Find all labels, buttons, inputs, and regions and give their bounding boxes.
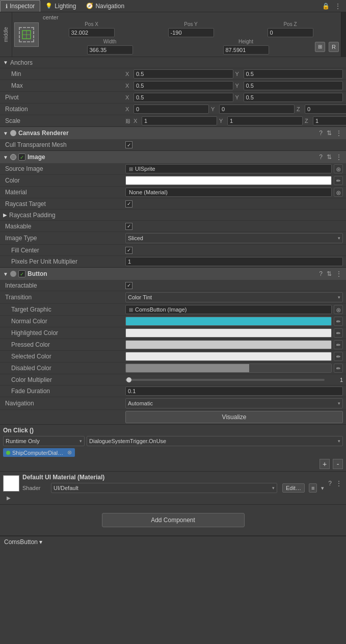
anchors-chevron[interactable]: ▼: [3, 60, 8, 65]
on-click-obj-clear-btn[interactable]: ⊗: [67, 449, 72, 456]
image-color-swatch[interactable]: [125, 176, 332, 185]
pixels-per-unit-input[interactable]: [125, 257, 343, 266]
disabled-color-swatch[interactable]: [125, 364, 332, 373]
pressed-color-swatch[interactable]: [125, 340, 332, 349]
interactable-checkbox[interactable]: [125, 282, 132, 289]
fade-duration-input[interactable]: [125, 387, 343, 396]
raycast-padding-chevron[interactable]: ▶: [3, 213, 7, 218]
scale-y-input[interactable]: [227, 116, 303, 125]
image-menu-icon[interactable]: ⋮: [335, 153, 343, 161]
scrollbar[interactable]: [341, 12, 346, 57]
shader-dropdown[interactable]: UI/Default ▾: [51, 483, 277, 493]
target-graphic-row: Target Graphic ⊞ ComsButton (Image) ◎: [0, 304, 346, 316]
material-expand-chevron[interactable]: ▶: [6, 495, 11, 500]
raycast-target-checkbox[interactable]: [125, 200, 132, 208]
image-settings-icon[interactable]: ⇅: [326, 153, 333, 161]
scale-x-input[interactable]: [142, 116, 217, 125]
anchors-min-y-input[interactable]: [244, 69, 343, 79]
rotation-x-input[interactable]: [134, 105, 209, 114]
header-menu-icon[interactable]: ⋮: [335, 3, 341, 10]
maskable-row: Maskable: [0, 221, 346, 232]
image-enabled-checkbox[interactable]: [18, 153, 25, 161]
pressed-color-row: Pressed Color ✏: [0, 339, 346, 351]
r-button[interactable]: R: [329, 42, 339, 52]
selected-color-swatch[interactable]: [125, 352, 332, 361]
tab-navigation[interactable]: 🧭 Navigation: [81, 1, 129, 12]
highlighted-color-eyedrop[interactable]: ✏: [334, 328, 343, 338]
material-help-icon[interactable]: ?: [327, 479, 333, 487]
target-graphic-ref[interactable]: ⊞ ComsButton (Image): [125, 305, 332, 314]
button-help-icon[interactable]: ?: [318, 270, 324, 278]
image-color-eyedrop[interactable]: ✏: [334, 176, 343, 185]
image-chevron[interactable]: ▼: [3, 154, 8, 160]
pivot-y-input[interactable]: [244, 93, 343, 102]
on-click-obj-entry[interactable]: ShipComputerDial… ⊗: [3, 448, 75, 457]
material-menu-icon[interactable]: ⋮: [335, 479, 343, 487]
transition-dropdown[interactable]: Color Tint ▾: [125, 292, 343, 302]
fill-center-checkbox[interactable]: [125, 247, 132, 254]
source-image-ref[interactable]: ⊞ UISprite: [125, 164, 332, 173]
image-type-dropdown[interactable]: Sliced ▾: [125, 233, 343, 243]
color-multiplier-thumb[interactable]: [126, 377, 131, 382]
cull-transparent-checkbox[interactable]: [125, 141, 132, 148]
target-graphic-target-btn[interactable]: ◎: [334, 305, 343, 314]
image-color-value: ✏: [125, 176, 343, 185]
material-arrow-btn[interactable]: ▾: [321, 485, 324, 492]
image-type-arrow: ▾: [338, 236, 340, 241]
material-swatch[interactable]: [3, 475, 19, 492]
on-click-minus-button[interactable]: -: [333, 459, 343, 469]
scale-link-icon: ⛓: [125, 118, 130, 124]
footer-label[interactable]: ComsButton ▾: [4, 538, 42, 546]
anchors-section: ▼ Anchors Min X Y Max X Y: [0, 57, 346, 127]
image-material-target-btn[interactable]: ◎: [334, 188, 343, 197]
disabled-color-eyedrop[interactable]: ✏: [334, 364, 343, 373]
highlighted-color-swatch[interactable]: [125, 328, 332, 338]
source-image-target-btn[interactable]: ◎: [334, 164, 343, 173]
height-input[interactable]: [223, 45, 269, 55]
pos-x-input[interactable]: [69, 28, 115, 37]
canvas-renderer-section: ▼ Canvas Renderer ? ⇅ ⋮ Cull Transparent…: [0, 127, 346, 151]
normal-color-swatch[interactable]: [125, 317, 332, 326]
rotation-y-input[interactable]: [219, 105, 295, 114]
anchors-max-x-input[interactable]: [134, 81, 233, 90]
selected-color-eyedrop[interactable]: ✏: [334, 352, 343, 361]
function-dropdown[interactable]: DialogueSystemTrigger.OnUse ▾: [87, 436, 343, 446]
pos-z-input[interactable]: [268, 28, 313, 37]
canvas-renderer-help-icon[interactable]: ?: [318, 129, 324, 137]
edit-button[interactable]: Edit…: [282, 483, 305, 493]
canvas-renderer-menu-icon[interactable]: ⋮: [335, 129, 343, 137]
anchors-min-x-input[interactable]: [134, 69, 233, 79]
normal-color-eyedrop[interactable]: ✏: [334, 317, 343, 326]
image-help-icon[interactable]: ?: [318, 153, 324, 161]
pos-y-input[interactable]: [168, 28, 214, 37]
fill-center-row: Fill Center: [0, 245, 346, 256]
rotation-z-input[interactable]: [305, 105, 346, 114]
anchors-min-value: X Y: [125, 69, 343, 79]
scale-z-input[interactable]: [313, 116, 346, 125]
tab-inspector[interactable]: ℹ Inspector: [0, 0, 40, 12]
button-menu-icon[interactable]: ⋮: [335, 270, 343, 278]
width-input[interactable]: [87, 45, 133, 55]
image-material-ref[interactable]: None (Material): [125, 188, 332, 197]
anchors-max-y-input[interactable]: [244, 81, 343, 90]
button-settings-icon[interactable]: ⇅: [326, 270, 333, 278]
navigation-dropdown[interactable]: Automatic ▾: [125, 398, 343, 408]
grid-icon-btn[interactable]: ⊞: [315, 42, 325, 52]
maskable-checkbox[interactable]: [125, 223, 132, 230]
canvas-renderer-settings-icon[interactable]: ⇅: [326, 129, 333, 137]
image-type-value: Sliced ▾: [125, 233, 343, 243]
canvas-renderer-chevron[interactable]: ▼: [3, 131, 8, 136]
visualize-button[interactable]: Visualize: [125, 411, 343, 423]
tab-lighting[interactable]: 💡 Lighting: [40, 1, 81, 12]
button-chevron[interactable]: ▼: [3, 271, 8, 276]
fade-duration-value: [125, 387, 343, 396]
pressed-color-eyedrop[interactable]: ✏: [334, 340, 343, 349]
pivot-x-input[interactable]: [134, 93, 233, 102]
color-multiplier-track[interactable]: [125, 379, 325, 381]
on-click-plus-button[interactable]: +: [320, 459, 330, 469]
add-component-button[interactable]: Add Component: [102, 513, 245, 527]
material-menu-btn[interactable]: ≡: [309, 483, 317, 493]
runtime-dropdown[interactable]: Runtime Only ▾: [3, 436, 85, 446]
button-enabled-checkbox[interactable]: [18, 270, 25, 277]
lock-icon[interactable]: 🔒: [322, 3, 330, 10]
